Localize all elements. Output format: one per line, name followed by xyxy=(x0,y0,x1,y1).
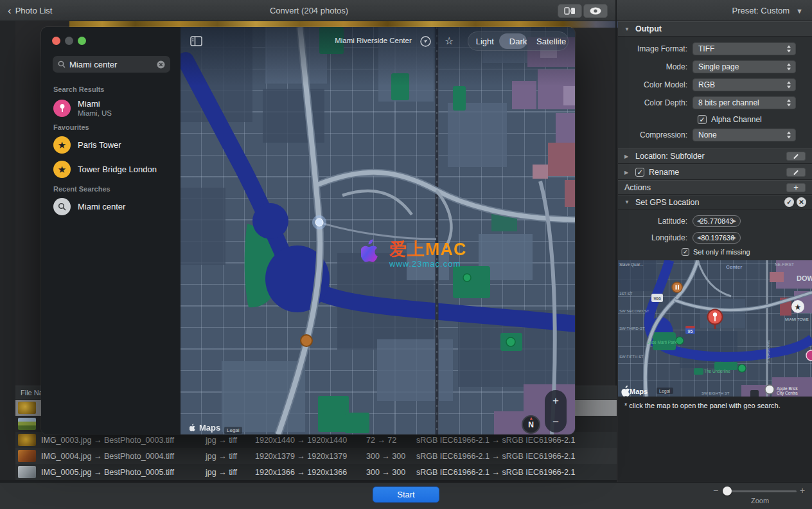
zoom-slider-track[interactable] xyxy=(723,490,797,492)
pencil-icon xyxy=(793,170,799,175)
stepper-right-icon[interactable]: ▶ xyxy=(733,219,736,224)
geo-search-field[interactable]: Miami center xyxy=(53,56,170,73)
map-zoom-in-button[interactable]: + xyxy=(545,390,567,411)
section-favourites: Favourites xyxy=(53,123,89,131)
search-input-value[interactable]: Miami center xyxy=(69,60,153,69)
gps-enable-button[interactable]: ✓ xyxy=(784,197,794,207)
preset-selector[interactable]: Preset: Custom ▼ xyxy=(732,0,803,21)
close-window-button[interactable] xyxy=(52,37,60,45)
poi-marker-green xyxy=(463,274,471,281)
favourite-item-tower-bridge[interactable]: ★ Tower Bridge London xyxy=(53,161,157,178)
clear-search-icon[interactable] xyxy=(157,60,165,69)
photobulk-app: ‹ Photo List Convert (204 photos) Preset… xyxy=(0,0,812,509)
location-edit-button[interactable] xyxy=(786,152,806,161)
recent-title: Miami center xyxy=(78,202,125,211)
cell-dpi: 300 → 300 xyxy=(366,468,405,477)
section-search-results: Search Results xyxy=(53,85,104,93)
zoom-in-label[interactable]: + xyxy=(800,485,805,496)
preview-button[interactable] xyxy=(583,4,608,18)
cell-dimensions: 1920x1366 → 1920x1366 xyxy=(255,468,347,477)
result-subtitle: Miami, US xyxy=(78,109,112,117)
style-option-dark[interactable]: Dark xyxy=(502,37,535,46)
cell-file-name: IMG_0003.jpg → BestPhoto_0003.tiff xyxy=(41,436,174,445)
svg-text:★: ★ xyxy=(795,303,802,312)
apple-logo-watermark xyxy=(361,238,384,266)
style-option-satellite[interactable]: Satellite xyxy=(534,37,568,46)
gps-map-preview[interactable]: 966 95 ★ xyxy=(618,260,812,397)
geo-search-window: Miami center Search Results Miami Miami,… xyxy=(41,27,575,434)
style-option-light[interactable]: Light xyxy=(468,37,502,46)
favourite-star-icon[interactable]: ☆ xyxy=(445,35,454,47)
photo-thumbnail xyxy=(18,434,36,446)
section-actions[interactable]: Actions + xyxy=(618,180,812,195)
longitude-stepper[interactable]: ◀ -80.197636 ▶ xyxy=(693,232,741,244)
poi-marker-orange xyxy=(301,335,312,346)
cell-format: jpg → tiff xyxy=(206,468,237,477)
site-watermark: 爱上MAC www.23mac.com xyxy=(361,238,467,269)
map-style-segmented-control: Light Dark Satellite xyxy=(468,31,569,51)
rename-edit-button[interactable] xyxy=(786,168,806,177)
updown-arrows-icon xyxy=(786,45,791,52)
maps-brand-label: Maps xyxy=(630,388,648,395)
color-model-select[interactable]: RGB xyxy=(693,78,796,91)
image-format-select[interactable]: TIFF xyxy=(693,42,796,55)
map-pin-icon xyxy=(53,100,71,117)
map-note: * click the map to open the panel with g… xyxy=(624,402,781,409)
compression-select[interactable]: None xyxy=(693,129,796,141)
street-label: NE-FIRST xyxy=(775,262,794,267)
geo-map[interactable]: Miami Riverside Center ☆ Light Dark Sate… xyxy=(181,27,575,434)
zoom-out-label[interactable]: − xyxy=(713,485,718,496)
minimize-window-button[interactable] xyxy=(65,37,73,45)
cell-color-profile: sRGB IEC61966-2.1 → sRGB IEC61966-2.1 xyxy=(416,436,575,445)
alpha-channel-row: ✓ Alpha Channel xyxy=(618,114,812,125)
recent-item-miami-center[interactable]: Miami center xyxy=(53,198,125,215)
section-gps[interactable]: ▼ Set GPS Location ✓ ✕ xyxy=(618,195,812,210)
maps-attribution: Maps xyxy=(190,423,220,433)
color-depth-select[interactable]: 8 bits per channel xyxy=(693,96,796,109)
section-rename[interactable]: ▶ ✓ Rename xyxy=(618,165,812,180)
legal-link[interactable]: Legal xyxy=(224,427,242,434)
gps-remove-button[interactable]: ✕ xyxy=(797,197,806,207)
compass-n-label: N xyxy=(528,420,534,429)
section-output[interactable]: ▼ Output xyxy=(618,21,812,37)
compare-view-button[interactable] xyxy=(558,4,582,18)
add-action-button[interactable]: + xyxy=(786,183,806,192)
toolbar: ‹ Photo List Convert (204 photos) Preset… xyxy=(0,0,812,21)
only-if-missing-checkbox[interactable]: ✓ xyxy=(682,248,689,256)
mode-select[interactable]: Single page xyxy=(693,60,796,73)
stepper-right-icon[interactable]: ▶ xyxy=(733,235,736,240)
section-location[interactable]: ▶ Location: Subfolder xyxy=(618,148,812,164)
stepper-left-icon[interactable]: ◀ xyxy=(697,219,700,224)
poi-marker-green xyxy=(506,337,515,346)
street-label: Center xyxy=(726,264,742,270)
zoom-window-button[interactable] xyxy=(78,37,86,45)
latitude-row: Latitude: ◀ 25.770843 ▶ xyxy=(618,215,812,227)
photo-thumbnail xyxy=(18,418,36,430)
rename-checkbox[interactable]: ✓ xyxy=(635,168,644,177)
latitude-stepper[interactable]: ◀ 25.770843 ▶ xyxy=(693,215,741,227)
pencil-icon xyxy=(793,154,799,159)
preset-label: Preset: Custom xyxy=(732,6,790,15)
start-button[interactable]: Start xyxy=(373,487,439,503)
table-row[interactable]: IMG_0005.jpg → BestPhoto_0005.tiff jpg →… xyxy=(15,464,617,480)
longitude-value: -80.197636 xyxy=(699,234,735,242)
compass-control[interactable]: N xyxy=(522,415,540,434)
cell-file-name: IMG_0005.jpg → BestPhoto_0005.tiff xyxy=(41,468,174,477)
map-zoom-out-button[interactable]: − xyxy=(545,411,567,433)
sidebar-toggle-icon[interactable] xyxy=(190,36,202,46)
star-icon: ★ xyxy=(53,161,71,178)
result-item-miami[interactable]: Miami Miami, US xyxy=(53,99,112,117)
street-label: S MIAMI AVE xyxy=(766,340,770,363)
section-output-label: Output xyxy=(635,24,662,33)
stepper-left-icon[interactable]: ◀ xyxy=(697,235,700,240)
park-label: Jose Marti Park xyxy=(648,340,677,344)
street-label: SW-THIRD-ST xyxy=(619,326,645,330)
alpha-channel-checkbox[interactable]: ✓ xyxy=(698,115,707,124)
zoom-slider-knob[interactable] xyxy=(723,487,732,496)
disclosure-triangle-icon: ▼ xyxy=(624,199,631,205)
location-arrow-icon[interactable] xyxy=(420,36,431,47)
legal-link[interactable]: Legal xyxy=(659,389,671,394)
favourite-item-paris-tower[interactable]: ★ Paris Tower xyxy=(53,136,121,154)
only-if-missing-row: ✓ Set only if missing xyxy=(618,247,812,256)
table-row[interactable]: IMG_0004.jpg → BestPhoto_0004.tiff jpg →… xyxy=(15,448,617,464)
